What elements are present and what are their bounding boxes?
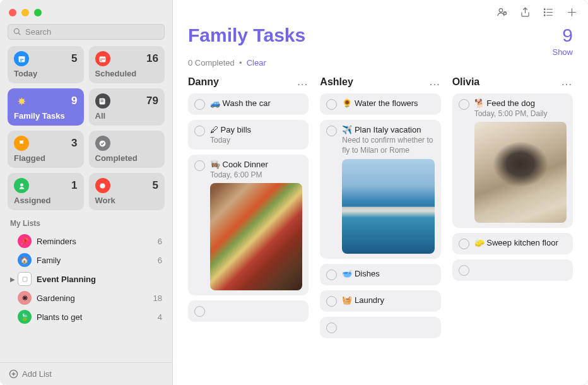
work-icon: [95, 178, 110, 193]
search-input[interactable]: Search: [8, 24, 165, 40]
task-title: 🚙 Wash the car: [210, 98, 302, 108]
task-note: Need to confirm whether to fly to Milan …: [342, 136, 434, 155]
smart-list-count: 79: [146, 95, 158, 107]
task-checkbox[interactable]: [194, 126, 205, 136]
list-icon: 🏠: [18, 253, 32, 267]
smart-list-work[interactable]: 5Work: [89, 173, 165, 210]
collaborate-button[interactable]: [496, 6, 508, 18]
search-icon: [13, 28, 21, 36]
new-task-placeholder[interactable]: [452, 259, 573, 281]
scheduled-icon: [95, 51, 110, 66]
smart-list-family[interactable]: 9Family Tasks: [8, 88, 84, 126]
list-count: 6: [158, 256, 162, 265]
today-icon: [14, 51, 29, 66]
column-name: Ashley: [320, 76, 353, 88]
family-icon: [14, 93, 29, 109]
smart-list-all[interactable]: 79All: [89, 88, 165, 126]
smart-lists-grid: 5Today16Scheduled9Family Tasks79All3Flag…: [8, 46, 165, 210]
new-task-placeholder[interactable]: [320, 317, 440, 338]
sidebar-list-item[interactable]: ▶Event Planning: [8, 270, 165, 288]
task-title: [474, 264, 567, 275]
svg-rect-6: [102, 58, 103, 59]
svg-rect-10: [100, 100, 103, 100]
list-name: Plants to get: [37, 312, 158, 322]
completed-icon: [95, 136, 110, 151]
list-name: Event Planning: [37, 275, 162, 284]
task-item[interactable]: 🖊 Pay billsToday: [188, 120, 309, 150]
list-count: 18: [153, 293, 162, 303]
column-name: Danny: [188, 76, 219, 88]
task-title: [210, 305, 302, 316]
new-task-placeholder[interactable]: [188, 300, 309, 322]
task-item[interactable]: 🚙 Wash the car: [188, 93, 309, 115]
task-item[interactable]: ✈️ Plan Italy vacationNeed to confirm wh…: [320, 120, 440, 259]
svg-point-20: [544, 12, 545, 13]
task-checkbox[interactable]: [459, 265, 469, 276]
assigned-icon: [14, 178, 29, 193]
sidebar-list-item[interactable]: 📌Reminders6: [8, 232, 165, 251]
smart-list-count: 5: [153, 179, 158, 192]
sidebar-list-item[interactable]: 🏠Family6: [8, 251, 165, 270]
show-completed-button[interactable]: Show: [552, 47, 573, 57]
maximize-window[interactable]: [34, 9, 42, 16]
task-item[interactable]: 👩🏽‍🍳 Cook DinnerToday, 6:00 PM: [188, 155, 309, 295]
smart-list-label: Flagged: [14, 153, 78, 163]
svg-point-13: [20, 183, 23, 186]
column-menu-button[interactable]: …: [429, 75, 441, 88]
smart-list-label: Scheduled: [95, 69, 159, 78]
list-name: Reminders: [37, 237, 158, 246]
task-item[interactable]: 🐕 Feed the dogToday, 5:00 PM, Daily: [452, 93, 573, 228]
smart-list-label: Today: [14, 69, 78, 78]
smart-list-count: 1: [71, 179, 77, 192]
task-checkbox[interactable]: [194, 160, 205, 171]
list-icon: ❋: [18, 291, 32, 305]
task-item[interactable]: 🧽 Sweep kitchen floor: [452, 233, 573, 254]
task-meta: Today, 6:00 PM: [210, 170, 302, 179]
task-checkbox[interactable]: [326, 323, 337, 333]
column-menu-button[interactable]: …: [561, 75, 573, 88]
task-title: 👩🏽‍🍳 Cook Dinner: [210, 160, 302, 169]
share-button[interactable]: [519, 6, 531, 18]
task-item[interactable]: 🥣 Dishes: [320, 264, 440, 285]
task-checkbox[interactable]: [326, 126, 337, 136]
task-checkbox[interactable]: [459, 239, 469, 249]
add-list-label: Add List: [22, 369, 52, 379]
smart-list-scheduled[interactable]: 16Scheduled: [89, 46, 165, 83]
smart-list-completed[interactable]: Completed: [89, 131, 165, 168]
add-list-button[interactable]: Add List: [0, 362, 172, 385]
list-icon: 📌: [18, 234, 32, 248]
smart-list-today[interactable]: 5Today: [8, 46, 84, 83]
task-checkbox[interactable]: [194, 99, 205, 110]
completed-count: 0 Completed: [188, 58, 235, 68]
window-controls: [0, 0, 172, 21]
column-menu-button[interactable]: …: [297, 75, 309, 88]
clear-completed-button[interactable]: Clear: [247, 58, 266, 68]
smart-list-label: Work: [95, 196, 159, 205]
smart-list-flagged[interactable]: 3Flagged: [8, 131, 84, 168]
view-options-button[interactable]: [543, 6, 555, 18]
svg-point-9: [19, 98, 24, 104]
svg-point-21: [544, 15, 545, 16]
task-image: [474, 122, 567, 223]
task-checkbox[interactable]: [326, 296, 337, 307]
task-checkbox[interactable]: [326, 270, 337, 280]
smart-list-count: 3: [71, 137, 77, 150]
task-checkbox[interactable]: [326, 99, 337, 110]
list-icon: 🍃: [18, 310, 32, 324]
disclosure-icon[interactable]: ▶: [10, 276, 16, 283]
list-name: Gardening: [37, 293, 153, 303]
new-reminder-button[interactable]: [566, 6, 578, 18]
sidebar-list-item[interactable]: 🍃Plants to get4: [8, 307, 165, 326]
svg-rect-3: [20, 60, 21, 61]
smart-list-assigned[interactable]: 1Assigned: [8, 173, 84, 210]
task-item[interactable]: 🧺 Laundry: [320, 290, 440, 312]
task-checkbox[interactable]: [194, 306, 205, 317]
close-window[interactable]: [9, 9, 16, 16]
task-checkbox[interactable]: [459, 99, 469, 110]
column: Ashley…🌻 Water the flowers✈️ Plan Italy …: [320, 75, 440, 374]
sidebar-list-item[interactable]: ❋Gardening18: [8, 288, 165, 307]
task-item[interactable]: 🌻 Water the flowers: [320, 93, 440, 115]
task-title: 🥣 Dishes: [342, 269, 434, 278]
columns-container: Danny…🚙 Wash the car🖊 Pay billsToday👩🏽‍🍳…: [173, 75, 588, 385]
minimize-window[interactable]: [21, 9, 29, 16]
